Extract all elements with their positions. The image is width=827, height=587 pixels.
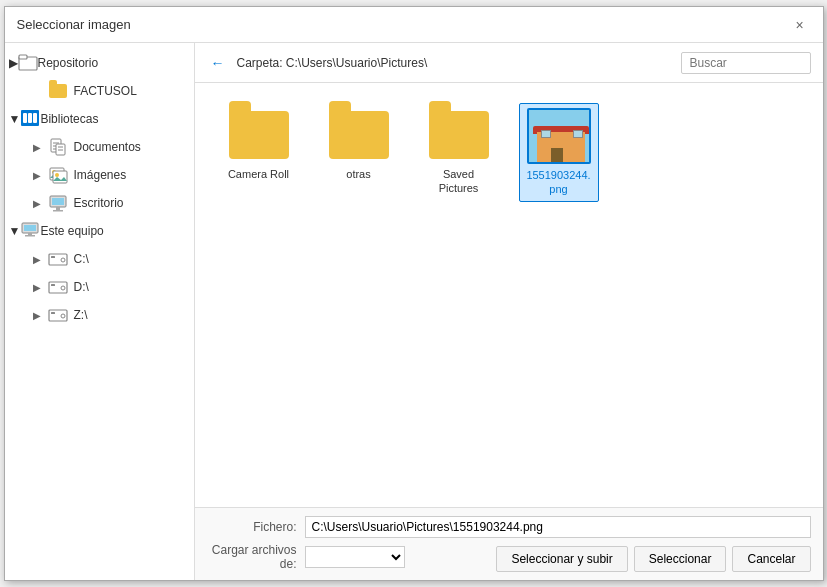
drive-d-icon (47, 276, 69, 298)
cargar-label: Cargar archivos de: (207, 543, 297, 571)
desktop-icon (47, 192, 69, 214)
sidebar-item-c[interactable]: ▶ C:\ (5, 245, 194, 273)
svg-rect-20 (53, 210, 63, 212)
file-item-camera-roll[interactable]: Camera Roll (219, 103, 299, 202)
folder-icon (327, 107, 391, 163)
sidebar-item-factusol[interactable]: FACTUSOL (5, 77, 194, 105)
cargar-select[interactable] (305, 546, 405, 568)
fichero-input[interactable] (305, 516, 811, 538)
file-label: 1551903244.png (524, 168, 594, 197)
sidebar-item-z[interactable]: ▶ Z:\ (5, 301, 194, 329)
sidebar: ▶ Repositorio FACTUSOL ▼ (5, 43, 195, 580)
svg-rect-22 (24, 225, 36, 231)
chevron-icon: ▶ (33, 310, 47, 321)
images-icon (47, 164, 69, 186)
chevron-icon: ▶ (33, 198, 47, 209)
files-area: Camera Roll otras Saved Pictures (195, 83, 823, 507)
sidebar-item-imagenes[interactable]: ▶ Imágenes (5, 161, 194, 189)
sidebar-item-escritorio[interactable]: ▶ Escritorio (5, 189, 194, 217)
action-buttons: Seleccionar y subir Seleccionar Cancelar (496, 542, 810, 572)
sidebar-item-label: Repositorio (38, 56, 99, 70)
svg-rect-23 (28, 233, 32, 235)
search-input[interactable] (681, 52, 811, 74)
file-item-otras[interactable]: otras (319, 103, 399, 202)
svg-rect-28 (49, 282, 67, 293)
sidebar-item-label: Este equipo (40, 224, 103, 238)
svg-rect-18 (52, 198, 64, 205)
svg-rect-15 (53, 171, 67, 183)
document-icon (47, 136, 69, 158)
svg-rect-31 (49, 310, 67, 321)
sidebar-item-label: C:\ (74, 252, 89, 266)
svg-rect-19 (56, 207, 60, 210)
back-button[interactable]: ← (207, 53, 229, 73)
chevron-icon: ▼ (9, 112, 21, 126)
close-button[interactable]: × (789, 14, 811, 36)
svg-point-16 (55, 173, 59, 177)
sidebar-item-repositorio[interactable]: ▶ Repositorio (5, 49, 194, 77)
chevron-icon: ▶ (9, 56, 18, 70)
svg-rect-5 (33, 113, 37, 123)
drive-c-icon (47, 248, 69, 270)
sidebar-item-documentos[interactable]: ▶ Documentos (5, 133, 194, 161)
folder-icon (427, 107, 491, 163)
folder-icon (47, 80, 69, 102)
toolbar: ← Carpeta: C:\Users\Usuario\Pictures\ (195, 43, 823, 83)
fichero-label: Fichero: (207, 520, 297, 534)
sidebar-item-bibliotecas[interactable]: ▼ Bibliotecas (5, 105, 194, 133)
svg-rect-29 (51, 284, 55, 286)
svg-rect-1 (19, 55, 27, 59)
right-panel: ← Carpeta: C:\Users\Usuario\Pictures\ Ca… (195, 43, 823, 580)
folder-icon (227, 107, 291, 163)
file-item-saved-pictures[interactable]: Saved Pictures (419, 103, 499, 202)
chevron-icon: ▶ (33, 254, 47, 265)
svg-rect-4 (28, 113, 32, 123)
svg-rect-25 (49, 254, 67, 265)
seleccionar-subir-button[interactable]: Seleccionar y subir (496, 546, 627, 572)
bottom-bar: Fichero: Cargar archivos de: Seleccionar… (195, 507, 823, 580)
chevron-icon: ▶ (33, 170, 47, 181)
library-icon (20, 109, 40, 130)
sidebar-item-label: Bibliotecas (40, 112, 98, 126)
dialog-title: Seleccionar imagen (17, 17, 131, 32)
title-bar: Seleccionar imagen × (5, 7, 823, 43)
chevron-icon: ▶ (33, 282, 47, 293)
sidebar-item-label: FACTUSOL (74, 84, 137, 98)
sidebar-item-label: Z:\ (74, 308, 88, 322)
fichero-row: Fichero: (207, 514, 811, 540)
sidebar-item-d[interactable]: ▶ D:\ (5, 273, 194, 301)
svg-rect-26 (51, 256, 55, 258)
main-content: ▶ Repositorio FACTUSOL ▼ (5, 43, 823, 580)
breadcrumb: Carpeta: C:\Users\Usuario\Pictures\ (237, 56, 673, 70)
chevron-icon: ▶ (33, 142, 47, 153)
chevron-icon: ▼ (9, 224, 21, 238)
file-item-image[interactable]: 1551903244.png (519, 103, 599, 202)
seleccionar-button[interactable]: Seleccionar (634, 546, 727, 572)
svg-rect-32 (51, 312, 55, 314)
sidebar-item-label: D:\ (74, 280, 89, 294)
sidebar-item-label: Escritorio (74, 196, 124, 210)
sidebar-item-label: Documentos (74, 140, 141, 154)
svg-rect-24 (25, 235, 35, 237)
repo-icon (18, 53, 38, 74)
sidebar-item-equipo[interactable]: ▼ Este equipo (5, 217, 194, 245)
file-label: Saved Pictures (423, 167, 495, 196)
computer-icon (20, 221, 40, 242)
svg-rect-3 (23, 113, 27, 123)
file-label: otras (346, 167, 370, 181)
image-thumbnail (527, 108, 591, 164)
sidebar-item-label: Imágenes (74, 168, 127, 182)
dialog: Seleccionar imagen × ▶ Repositorio (4, 6, 824, 581)
drive-z-icon (47, 304, 69, 326)
cargar-row: Cargar archivos de: Seleccionar y subir … (207, 544, 811, 570)
file-label: Camera Roll (228, 167, 289, 181)
cancelar-button[interactable]: Cancelar (732, 546, 810, 572)
